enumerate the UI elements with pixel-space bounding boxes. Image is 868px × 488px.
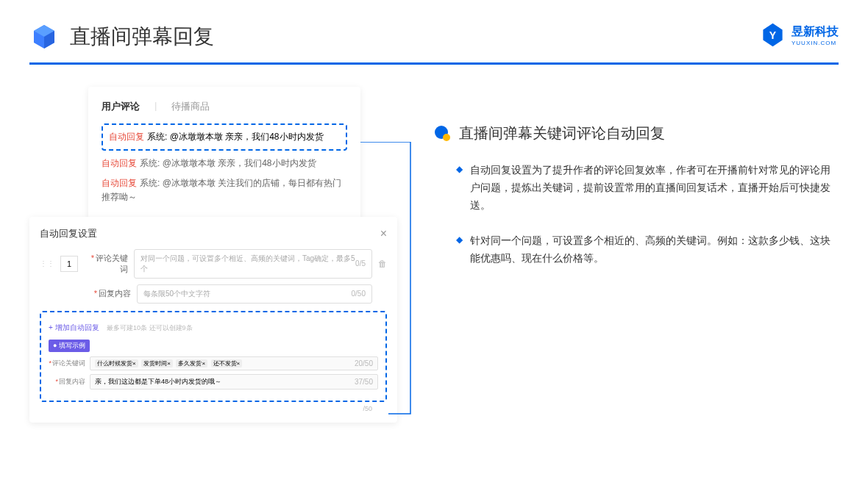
bullet-1: ◆ 自动回复设置为了提升作者的评论回复效率，作者可在开播前针对常见的评论用户问题…: [434, 162, 839, 214]
drag-icon[interactable]: ⋮⋮: [40, 259, 54, 268]
close-icon[interactable]: ×: [380, 227, 387, 240]
outer-count: /50: [40, 405, 387, 412]
diamond-icon: ◆: [456, 234, 463, 268]
settings-card: 自动回复设置 × ⋮⋮ 1 *评论关键词 对同一个问题，可设置多个相近、高频的关…: [29, 217, 397, 423]
bullet-2: ◆ 针对同一个问题，可设置多个相近的、高频的关键词。例如：这款多少钱、这块能优惠…: [434, 232, 839, 268]
ex-keyword-input[interactable]: 什么时候发货× 发货时间× 多久发货× 还不发货× 20/50: [90, 356, 378, 370]
logo-icon: Y: [760, 22, 786, 48]
svg-point-1: [766, 27, 769, 30]
keyword-input[interactable]: 对同一个问题，可设置多个相近、高频的关键词，Tag确定，最多5个 0/5: [134, 249, 372, 279]
tag-item[interactable]: 什么时候发货×: [95, 359, 138, 367]
content-input[interactable]: 每条限50个中文字符 0/50: [137, 284, 372, 304]
section-title: 直播间弹幕关键词评论自动回复: [459, 123, 665, 143]
example-badge: ● 填写示例: [49, 340, 90, 352]
keyword-label: *评论关键词: [84, 253, 128, 275]
reply-line-2: 自动回复系统: @冰墩墩本墩 亲亲，我们48小时内发货: [102, 157, 347, 171]
brand-logo: Y 昱新科技 YUUXIN.COM: [760, 22, 839, 48]
comments-card: 用户评论 | 待播商品 自动回复系统: @冰墩墩本墩 亲亲，我们48小时内发货 …: [88, 87, 360, 224]
svg-point-2: [777, 27, 780, 30]
tab-comments[interactable]: 用户评论: [102, 100, 140, 113]
content-label: *回复内容: [87, 288, 131, 299]
tab-separator: |: [154, 100, 157, 113]
tab-products[interactable]: 待播商品: [171, 100, 210, 113]
auto-reply-tag: 自动回复: [109, 132, 144, 142]
reply-text-1: 系统: @冰墩墩本墩 亲亲，我们48小时内发货: [147, 132, 324, 142]
add-hint: 最多可建10条 还可以创建9条: [107, 324, 193, 331]
auto-reply-tag: 自动回复: [102, 158, 137, 168]
rule-number: 1: [60, 256, 78, 272]
ex-keyword-label: *评论关键词: [49, 359, 85, 368]
svg-point-4: [443, 134, 450, 141]
highlighted-reply: 自动回复系统: @冰墩墩本墩 亲亲，我们48小时内发货: [102, 123, 347, 151]
cube-icon: [29, 22, 59, 51]
settings-title: 自动回复设置: [40, 227, 97, 240]
tag-item[interactable]: 多久发货×: [176, 359, 207, 367]
reply-line-3: 自动回复系统: @冰墩墩本墩 关注我们的店铺，每日都有热门推荐呦～: [102, 176, 347, 204]
tag-item[interactable]: 发货时间×: [141, 359, 173, 367]
logo-subtext: YUUXIN.COM: [791, 40, 839, 46]
section-icon: [434, 125, 452, 143]
auto-reply-tag: 自动回复: [102, 178, 137, 188]
ex-content-input[interactable]: 亲，我们这边都是下单48小时内发货的哦～ 37/50: [90, 374, 378, 390]
trash-icon[interactable]: 🗑: [378, 259, 387, 269]
diamond-icon: ◆: [456, 164, 463, 214]
tag-item[interactable]: 还不发货×: [211, 359, 243, 367]
ex-content-label: *回复内容: [49, 377, 85, 387]
page-title: 直播间弹幕回复: [70, 23, 214, 51]
logo-text: 昱新科技: [791, 24, 839, 40]
svg-text:Y: Y: [769, 29, 777, 41]
add-reply-link[interactable]: + 增加自动回复: [49, 323, 99, 331]
example-highlight: + 增加自动回复 最多可建10条 还可以创建9条 ● 填写示例 *评论关键词 什…: [40, 311, 387, 402]
